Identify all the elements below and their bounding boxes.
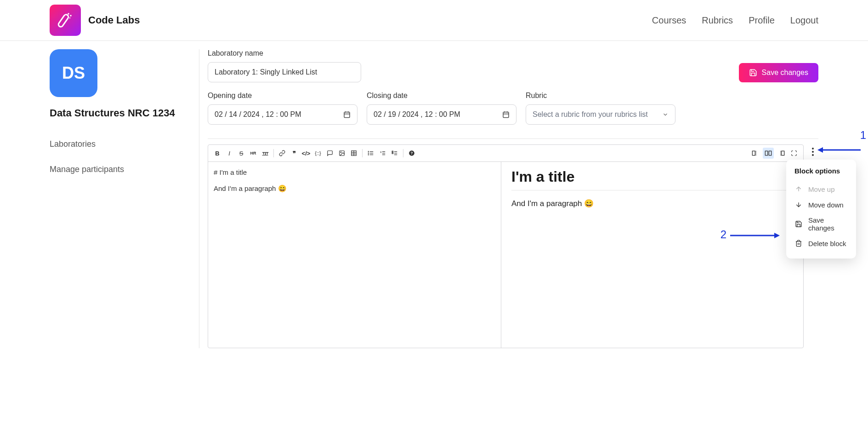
save-icon [749, 69, 757, 77]
table-button[interactable] [348, 148, 359, 159]
pane-split-icon [765, 150, 772, 156]
nav-courses[interactable]: Courses [652, 15, 686, 26]
nav-profile[interactable]: Profile [749, 15, 775, 26]
rubric-label: Rubric [526, 92, 675, 100]
logo[interactable] [50, 5, 81, 36]
svg-point-22 [368, 153, 369, 153]
rubric-select[interactable]: Select a rubric from your rubrics list [526, 104, 675, 125]
source-line-2: And I'm a paragraph 😄 [214, 184, 495, 193]
pane-right-icon [777, 150, 785, 156]
svg-rect-30 [392, 151, 393, 152]
pane-split-button[interactable] [763, 148, 774, 159]
svg-text:?: ? [411, 151, 413, 155]
editor-source-pane[interactable]: # I'm a title And I'm a paragraph 😄 [208, 162, 501, 348]
image-icon [339, 150, 345, 156]
chevron-down-icon [662, 111, 669, 118]
table-icon [351, 150, 357, 156]
link-icon [279, 150, 285, 156]
code-button[interactable]: </> [301, 148, 312, 159]
bold-button[interactable]: B [212, 148, 223, 159]
pane-left-button[interactable] [750, 148, 761, 159]
strike-button[interactable]: S [236, 148, 247, 159]
save-icon [794, 220, 803, 228]
svg-point-1 [68, 13, 69, 15]
link-button[interactable] [277, 148, 288, 159]
block-options-popup: Block options Move up Move down [786, 160, 856, 259]
sidebar-manage-participants[interactable]: Manage participants [50, 165, 190, 174]
checklist-button[interactable] [389, 148, 400, 159]
svg-rect-8 [503, 112, 509, 118]
annotation-arrow-1 [817, 146, 861, 154]
olist-button[interactable] [377, 148, 388, 159]
svg-rect-37 [769, 151, 771, 155]
svg-rect-34 [752, 151, 755, 155]
popup-move-down[interactable]: Move down [794, 197, 848, 213]
svg-rect-31 [392, 153, 393, 154]
popup-title: Block options [794, 167, 848, 175]
image-button[interactable] [336, 148, 347, 159]
closing-date-value: 02 / 19 / 2024 , 12 : 00 PM [374, 110, 460, 119]
editor-preview-pane: I'm a title And I'm a paragraph 😄 [501, 162, 803, 348]
popup-save-changes-label: Save changes [808, 216, 848, 232]
pane-left-icon [752, 150, 759, 156]
svg-point-2 [70, 15, 72, 17]
pane-right-button[interactable] [776, 148, 787, 159]
fullscreen-icon [791, 150, 797, 156]
annotation-2: 2 [720, 228, 726, 241]
nav-logout[interactable]: Logout [790, 15, 818, 26]
brand-name: Code Labs [88, 14, 140, 26]
svg-marker-47 [774, 233, 780, 238]
block-options-button[interactable] [807, 146, 818, 157]
popup-move-up-label: Move up [808, 185, 835, 193]
popup-move-down-label: Move down [808, 201, 844, 209]
popup-delete-block-label: Delete block [808, 240, 846, 247]
ulist-button[interactable] [365, 148, 376, 159]
svg-point-3 [69, 17, 70, 18]
popup-move-up: Move up [794, 181, 848, 197]
sidebar-laboratories[interactable]: Laboratories [50, 139, 190, 149]
nav-rubrics[interactable]: Rubrics [702, 15, 733, 26]
closing-date-label: Closing date [367, 92, 516, 100]
flask-icon [55, 10, 76, 31]
avatar-initials: DS [62, 63, 85, 83]
arrow-up-icon [794, 185, 803, 193]
help-button[interactable]: ? [406, 148, 417, 159]
lab-name-input[interactable] [208, 62, 361, 82]
quote-button[interactable]: ❞ [289, 148, 300, 159]
svg-marker-45 [817, 147, 823, 153]
calendar-icon [343, 111, 351, 118]
fullscreen-button[interactable] [789, 148, 800, 159]
arrow-down-icon [794, 201, 803, 209]
course-title: Data Structures NRC 1234 [50, 107, 190, 119]
annotation-arrow-2 [730, 232, 780, 239]
editor-toolbar: B I S HR ᴛɪᴛ ❞ </> {::} [208, 145, 803, 162]
svg-rect-4 [344, 112, 350, 118]
comment-button[interactable] [324, 148, 335, 159]
calendar-icon [502, 111, 510, 118]
rubric-placeholder: Select a rubric from your rubrics list [533, 110, 648, 119]
svg-rect-0 [57, 14, 69, 28]
popup-save-changes[interactable]: Save changes [794, 213, 848, 236]
italic-button[interactable]: I [224, 148, 235, 159]
source-line-1: # I'm a title [214, 168, 495, 176]
codeblock-button[interactable]: {::} [312, 148, 323, 159]
opening-date-label: Opening date [208, 92, 357, 100]
ulist-icon [368, 150, 374, 156]
svg-point-21 [368, 151, 369, 152]
svg-point-23 [368, 155, 369, 155]
olist-icon [380, 150, 386, 156]
comment-icon [327, 150, 333, 156]
closing-date-input[interactable]: 02 / 19 / 2024 , 12 : 00 PM [367, 104, 516, 125]
trash-icon [794, 239, 803, 247]
opening-date-value: 02 / 14 / 2024 , 12 : 00 PM [215, 110, 301, 119]
title-button[interactable]: ᴛɪᴛ [260, 148, 271, 159]
popup-delete-block[interactable]: Delete block [794, 236, 848, 251]
opening-date-input[interactable]: 02 / 14 / 2024 , 12 : 00 PM [208, 104, 357, 125]
svg-point-13 [340, 152, 341, 153]
hr-button[interactable]: HR [248, 148, 259, 159]
annotation-1: 1 [860, 129, 866, 142]
lab-name-label: Laboratory name [208, 49, 361, 57]
save-changes-button[interactable]: Save changes [739, 63, 818, 82]
save-button-label: Save changes [762, 69, 808, 77]
help-icon: ? [408, 150, 415, 156]
